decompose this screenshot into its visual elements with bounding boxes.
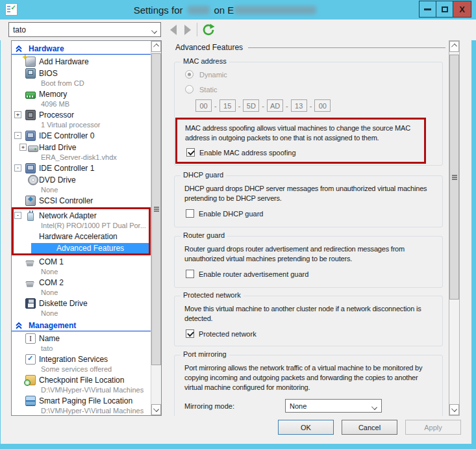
dvd-drive-icon [28, 175, 38, 185]
scroll-down-icon[interactable] [151, 404, 161, 415]
sidebar-section-management[interactable]: Management [12, 320, 151, 331]
sidebar-scrollbar-thumb[interactable] [151, 53, 161, 365]
minimize-button[interactable] [419, 1, 436, 18]
sidebar-item-hard-drive[interactable]: + Hard Drive [12, 142, 151, 153]
collapse-icon[interactable]: - [14, 132, 21, 139]
item-sublabel: Some services offered [12, 365, 151, 374]
maximize-button[interactable] [436, 1, 453, 18]
dynamic-radio-row[interactable]: Dynamic [185, 70, 442, 79]
sidebar-item-name[interactable]: Name [12, 333, 151, 344]
octet-separator: - [286, 102, 288, 110]
chevron-up-icon [451, 44, 457, 49]
sidebar-item-com-1[interactable]: COM 1 [12, 257, 151, 267]
scroll-up-icon[interactable] [151, 41, 161, 52]
panel-title-text: Advanced Features [175, 43, 243, 52]
diskette-icon [25, 298, 36, 309]
enable-mac-spoofing-row[interactable]: Enable MAC address spoofing [186, 148, 424, 157]
sidebar-item-bios[interactable]: BIOS [12, 68, 151, 79]
advanced-features-panel: Advanced Features MAC address Dynamic St… [167, 40, 447, 416]
checkbox-label: Enable MAC address spoofing [199, 149, 296, 157]
item-sublabel: None [12, 267, 151, 276]
sidebar-item-memory[interactable]: Memory [12, 89, 151, 99]
mac-octet-field[interactable]: AD [267, 99, 283, 112]
close-button[interactable]: X [453, 1, 471, 18]
mac-spoofing-checkbox[interactable] [186, 148, 195, 157]
protected-network-row[interactable]: Protected network [186, 329, 442, 338]
sidebar-item-dvd-drive[interactable]: DVD Drive [12, 175, 151, 185]
item-label: Hard Drive [39, 143, 76, 152]
expand-icon[interactable]: + [14, 111, 21, 118]
memory-icon [25, 92, 36, 99]
sidebar-item-hardware-acceleration[interactable]: Hardware Acceleration [14, 231, 149, 242]
sidebar-scrollbar[interactable] [151, 41, 161, 415]
vm-selector-combobox[interactable]: tato [8, 22, 161, 37]
item-sublabel: Boot from CD [12, 79, 151, 88]
mac-octet-field[interactable]: 15 [219, 99, 236, 112]
bios-icon [25, 68, 36, 79]
dhcp-guard-checkbox[interactable] [186, 209, 194, 218]
enable-router-guard-row[interactable]: Enable router advertisement guard [186, 270, 442, 278]
checkbox-label: Protected network [199, 330, 257, 338]
cancel-button[interactable]: Cancel [342, 420, 397, 435]
scsi-controller-icon [25, 196, 36, 206]
collapse-icon[interactable]: - [14, 212, 21, 219]
panel-scrollbar[interactable] [449, 40, 460, 416]
router-guard-checkbox[interactable] [186, 270, 194, 278]
item-label: Name [39, 334, 60, 343]
sidebar-item-processor[interactable]: + Processor [12, 110, 151, 120]
section-label: Management [29, 321, 76, 330]
forward-arrow-icon[interactable] [184, 25, 191, 35]
sidebar-item-network-adapter[interactable]: - Network Adapter [14, 211, 149, 221]
group-legend: DHCP guard [181, 171, 226, 179]
octet-separator: - [310, 102, 312, 110]
window-border-left [0, 19, 1, 449]
close-icon: X [459, 5, 465, 14]
sidebar-item-com-2[interactable]: COM 2 [12, 277, 151, 288]
scroll-up-icon[interactable] [449, 41, 459, 52]
apply-button[interactable]: Apply [405, 420, 461, 435]
panel-scrollbar-thumb[interactable] [449, 55, 459, 300]
sidebar-item-ide-controller-0[interactable]: - IDE Controller 0 [12, 131, 151, 141]
radio-dynamic[interactable] [185, 70, 194, 79]
mac-octet-field[interactable]: 00 [314, 99, 331, 112]
sidebar-item-diskette-drive[interactable]: Diskette Drive [12, 298, 151, 309]
smart-paging-icon [25, 396, 36, 406]
refresh-icon[interactable] [201, 23, 216, 37]
sidebar-item-integration-services[interactable]: Integration Services [12, 354, 151, 365]
mirroring-mode-dropdown[interactable]: None [285, 399, 382, 413]
scroll-down-icon[interactable] [449, 404, 459, 415]
expand-icon[interactable]: + [19, 144, 27, 151]
integration-services-icon [25, 354, 36, 365]
minimize-icon [424, 8, 431, 10]
highlight-box-network-adapter: - Network Adapter Intel(R) PRO/1000 PT D… [12, 207, 151, 255]
sidebar-item-smart-paging-file-location[interactable]: Smart Paging File Location [12, 396, 151, 406]
router-guard-description: Router guard drops router advertisement … [184, 244, 442, 264]
radio-static[interactable] [185, 85, 194, 94]
title-text-prefix: Settings for [134, 5, 183, 16]
protected-network-group: Protected network Move this virtual mach… [174, 296, 443, 346]
ok-button[interactable]: OK [278, 420, 334, 435]
octet-separator: - [214, 102, 217, 110]
radio-label: Dynamic [199, 71, 227, 79]
back-arrow-icon[interactable] [170, 25, 177, 35]
window-border-bottom [0, 444, 476, 449]
item-label: Smart Paging File Location [39, 396, 132, 405]
mac-octet-field[interactable]: 00 [195, 99, 212, 112]
sidebar-item-checkpoint-file-location[interactable]: Checkpoint File Location [12, 375, 151, 385]
sidebar-item-advanced-features[interactable]: Advanced Features [31, 243, 149, 253]
sidebar-item-ide-controller-1[interactable]: - IDE Controller 1 [12, 163, 151, 173]
protected-network-description: Move this virtual machine to another clu… [184, 304, 442, 324]
protected-network-checkbox[interactable] [186, 329, 194, 338]
mirroring-mode-row: Mirroring mode: None [184, 399, 442, 413]
sidebar-item-add-hardware[interactable]: Add Hardware [12, 57, 151, 67]
static-radio-row[interactable]: Static [185, 85, 442, 94]
sidebar-item-scsi-controller[interactable]: SCSI Controller [12, 196, 151, 206]
chevron-up-icon [153, 44, 159, 49]
enable-dhcp-guard-row[interactable]: Enable DHCP guard [186, 209, 442, 218]
mac-octet-field[interactable]: 5D [243, 99, 259, 112]
sidebar-content: Hardware Add Hardware BIOS Boot from CD … [12, 41, 151, 415]
sidebar-section-hardware[interactable]: Hardware [12, 44, 151, 55]
collapse-icon[interactable]: - [14, 164, 21, 172]
router-guard-group: Router guard Router guard drops router a… [174, 236, 443, 288]
mac-octet-field[interactable]: 13 [291, 99, 307, 112]
